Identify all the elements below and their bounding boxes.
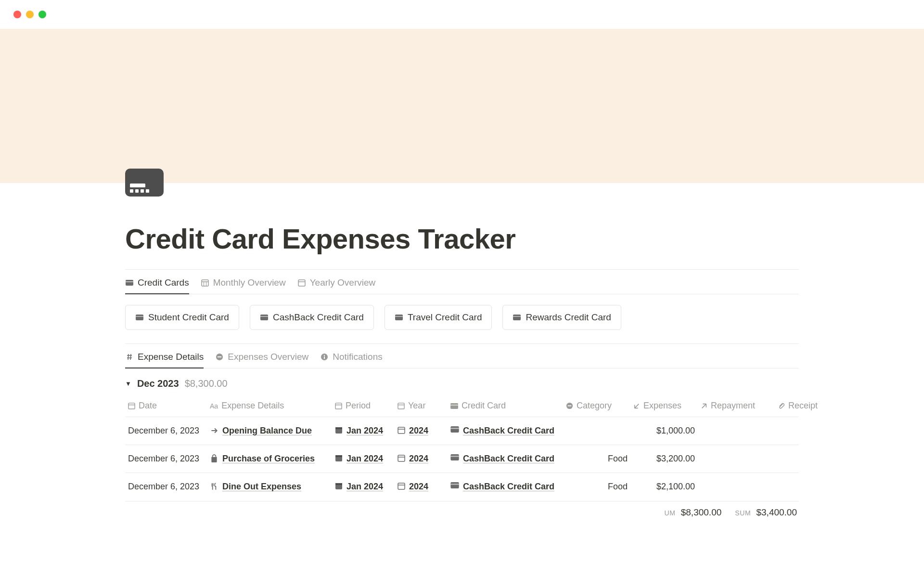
card-cashback-credit-card[interactable]: CashBack Credit Card <box>250 305 374 330</box>
cell-year[interactable]: 2024 <box>395 450 448 468</box>
cell-expense-details[interactable]: Opening Balance Due <box>207 422 332 440</box>
cell-period[interactable]: Jan 2024 <box>332 478 395 496</box>
cell-period[interactable]: Jan 2024 <box>332 450 395 468</box>
col-label: Period <box>346 401 371 411</box>
cell-value: CashBack Credit Card <box>463 425 554 437</box>
cell-date: December 6, 2023 <box>125 450 207 468</box>
col-date[interactable]: Date <box>125 399 207 413</box>
svg-rect-9 <box>218 356 221 357</box>
calendar-grid-icon <box>201 278 209 287</box>
cell-credit-card[interactable]: CashBack Credit Card <box>448 450 563 468</box>
card-student-credit-card[interactable]: Student Credit Card <box>125 305 239 330</box>
table-row[interactable]: December 6, 2023 Opening Balance Due Jan… <box>125 417 799 445</box>
table-row[interactable]: December 6, 2023 Dine Out Expenses Jan 2… <box>125 473 799 501</box>
card-label: Student Credit Card <box>148 312 229 323</box>
card-travel-credit-card[interactable]: Travel Credit Card <box>385 305 492 330</box>
svg-rect-40 <box>450 484 459 485</box>
page-title[interactable]: Credit Card Expenses Tracker <box>125 223 799 255</box>
calendar-grid-icon <box>335 426 343 434</box>
svg-rect-27 <box>450 426 459 433</box>
svg-rect-12 <box>324 355 325 356</box>
cell-repayment <box>698 450 775 456</box>
col-repayment[interactable]: Repayment <box>698 399 775 413</box>
tab-credit-cards[interactable]: Credit Cards <box>125 273 189 294</box>
credit-card-icon <box>450 426 459 433</box>
cell-receipt <box>775 478 828 484</box>
card-gallery: Student Credit Card CashBack Credit Card… <box>125 294 799 343</box>
svg-rect-36 <box>335 483 342 485</box>
cell-category <box>563 422 630 428</box>
window-minimize-button[interactable] <box>26 11 34 18</box>
col-year[interactable]: Year <box>395 399 448 413</box>
arrow-right-icon <box>210 426 218 435</box>
cell-credit-card[interactable]: CashBack Credit Card <box>448 478 563 496</box>
window-close-button[interactable] <box>13 11 21 18</box>
group-header[interactable]: ▼ Dec 2023 $8,300.00 <box>125 368 799 395</box>
arrow-down-left-icon <box>633 403 640 409</box>
hash-icon <box>125 353 134 361</box>
svg-rect-6 <box>298 280 305 286</box>
cell-period[interactable]: Jan 2024 <box>332 422 395 440</box>
credit-card-icon <box>450 454 459 460</box>
credit-card-icon <box>125 278 134 287</box>
cell-expense-details[interactable]: Purchase of Groceries <box>207 450 332 468</box>
minus-circle-icon <box>566 402 573 409</box>
utensils-icon <box>210 482 218 491</box>
page-icon[interactable] <box>125 169 164 197</box>
credit-card-icon <box>450 482 459 488</box>
col-label: Year <box>408 401 425 411</box>
tab-notifications[interactable]: Notifications <box>320 347 383 368</box>
svg-rect-39 <box>450 482 459 488</box>
credit-card-icon <box>135 313 144 322</box>
svg-rect-20 <box>450 405 458 406</box>
calendar-icon <box>398 426 405 434</box>
tab-expenses-overview[interactable]: Expenses Overview <box>215 347 308 368</box>
card-rewards-credit-card[interactable]: Rewards Credit Card <box>502 305 621 330</box>
calendar-grid-icon <box>335 482 343 490</box>
cell-receipt <box>775 450 828 456</box>
tab-monthly-overview[interactable]: Monthly Overview <box>201 273 286 294</box>
table-row[interactable]: December 6, 2023 Purchase of Groceries J… <box>125 445 799 473</box>
tab-expense-details[interactable]: Expense Details <box>125 347 204 368</box>
sum-expenses: UM $8,300.00 <box>664 507 721 518</box>
credit-card-icon <box>513 313 521 322</box>
col-label: Repayment <box>711 401 755 411</box>
tab-label: Credit Cards <box>138 277 189 288</box>
window-maximize-button[interactable] <box>38 11 46 18</box>
page-banner <box>0 29 924 183</box>
cell-year[interactable]: 2024 <box>395 422 448 440</box>
cell-value: Opening Balance Due <box>222 425 312 437</box>
svg-rect-22 <box>568 406 572 407</box>
svg-rect-2 <box>202 280 208 286</box>
group-name: Dec 2023 <box>137 378 179 389</box>
calendar-icon <box>398 454 405 462</box>
col-category[interactable]: Category <box>563 399 630 413</box>
cell-value: 2024 <box>409 481 428 493</box>
cell-date: December 6, 2023 <box>125 478 207 496</box>
svg-rect-37 <box>398 483 405 489</box>
svg-rect-19 <box>450 403 458 409</box>
col-expenses[interactable]: Expenses <box>630 399 698 413</box>
minus-circle-icon <box>215 353 224 361</box>
cell-value: Jan 2024 <box>346 425 383 437</box>
view-tabs-top: Credit Cards Monthly Overview Yearly Ove… <box>125 270 799 294</box>
col-label: Receipt <box>788 401 818 411</box>
card-label: Rewards Credit Card <box>526 312 611 323</box>
cell-value: Purchase of Groceries <box>222 453 315 465</box>
tab-yearly-overview[interactable]: Yearly Overview <box>297 273 376 294</box>
group-toggle-icon[interactable]: ▼ <box>125 380 131 387</box>
col-credit-card[interactable]: Credit Card <box>448 399 563 413</box>
cell-credit-card[interactable]: CashBack Credit Card <box>448 422 563 440</box>
calendar-icon <box>398 402 405 409</box>
cell-expenses: $1,000.00 <box>630 422 698 440</box>
col-label: Credit Card <box>462 401 506 411</box>
col-label: Category <box>577 401 612 411</box>
svg-rect-30 <box>335 455 342 457</box>
col-expense-details[interactable]: Aa Expense Details <box>207 399 332 413</box>
col-receipt[interactable]: Receipt <box>775 399 828 413</box>
cell-year[interactable]: 2024 <box>395 478 448 496</box>
tab-label: Monthly Overview <box>213 277 286 288</box>
bag-icon <box>210 454 218 463</box>
col-period[interactable]: Period <box>332 399 395 413</box>
cell-expense-details[interactable]: Dine Out Expenses <box>207 478 332 496</box>
